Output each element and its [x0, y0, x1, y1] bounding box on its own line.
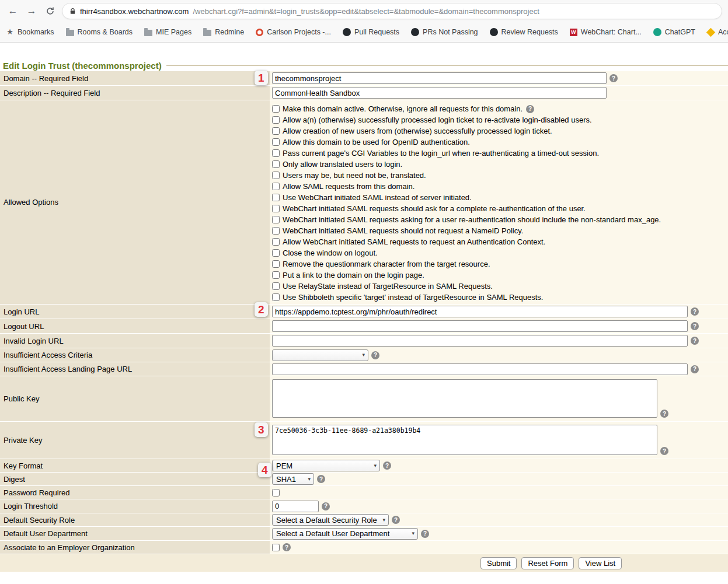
- field-label-login-threshold: Login Threshold: [0, 499, 270, 513]
- allowed-option-checkbox[interactable]: [272, 238, 280, 246]
- allowed-option-checkbox[interactable]: [272, 227, 280, 235]
- form-row-private-key: Private Key 7ce50036-3c3b-11ee-8689-a21a…: [0, 422, 728, 459]
- bookmark-item[interactable]: Redmine: [203, 28, 244, 36]
- help-icon[interactable]: [691, 322, 699, 330]
- employer-org-checkbox[interactable]: [272, 544, 280, 551]
- help-icon[interactable]: [691, 337, 699, 345]
- help-icon[interactable]: [322, 502, 330, 510]
- help-icon[interactable]: [660, 447, 668, 455]
- bookmark-item[interactable]: Acc: [707, 28, 728, 36]
- field-label-digest: Digest: [0, 473, 270, 486]
- help-icon[interactable]: [383, 461, 391, 470]
- bookmark-item[interactable]: Pull Requests: [343, 28, 399, 36]
- form-row-description: Description -- Required Field: [0, 86, 728, 100]
- help-icon[interactable]: [691, 365, 699, 373]
- allowed-option-label: Allow this domain to be used for OpenID …: [283, 138, 470, 146]
- allowed-option: Allow creation of new users from (otherw…: [272, 125, 728, 137]
- bookmark-item[interactable]: ChatGPT: [653, 28, 695, 36]
- allowed-option: WebChart initiated SAML requests should …: [272, 225, 728, 236]
- field-label-login-url: Login URL: [0, 305, 270, 319]
- submit-button[interactable]: Submit: [480, 557, 517, 569]
- bookmark-label: Review Requests: [501, 28, 558, 36]
- password-required-checkbox[interactable]: [272, 489, 280, 496]
- chevron-down-icon: [308, 477, 311, 482]
- allowed-option-checkbox[interactable]: [272, 271, 280, 279]
- allowed-option-checkbox[interactable]: [272, 205, 280, 212]
- digest-select[interactable]: SHA1: [272, 473, 314, 485]
- help-icon[interactable]: [526, 105, 534, 113]
- form-row-default-user-department: Default User Department Select a Default…: [0, 527, 728, 541]
- invalid-login-url-input[interactable]: [272, 335, 688, 347]
- help-icon[interactable]: [609, 74, 618, 82]
- login-url-input[interactable]: [272, 306, 688, 317]
- help-icon[interactable]: [691, 307, 699, 316]
- field-label-default-user-department: Default User Department: [0, 527, 270, 541]
- insufficient-access-landing-input[interactable]: [272, 363, 688, 375]
- allowed-option-checkbox[interactable]: [272, 149, 280, 157]
- view-list-button[interactable]: View List: [579, 557, 622, 569]
- help-icon[interactable]: [283, 543, 291, 551]
- allowed-option-label: Users may be, but need not be, translate…: [283, 171, 426, 180]
- logout-url-input[interactable]: [272, 320, 688, 332]
- help-icon[interactable]: [317, 475, 325, 483]
- chevron-down-icon: [412, 531, 414, 536]
- bookmark-item[interactable]: Rooms & Boards: [66, 28, 133, 36]
- allowed-option-checkbox[interactable]: [272, 172, 280, 179]
- allowed-option-checkbox[interactable]: [272, 127, 280, 135]
- allowed-option-checkbox[interactable]: [272, 282, 280, 290]
- page-content: Edit Login Trust (thecommonsproject) Dom…: [0, 60, 728, 572]
- bookmark-item[interactable]: WebChart: Chart...: [570, 28, 642, 36]
- bookmark-label: PRs Not Passing: [423, 28, 478, 36]
- allowed-option-checkbox[interactable]: [272, 293, 280, 301]
- allowed-option-checkbox[interactable]: [272, 194, 280, 201]
- bookmark-item[interactable]: MIE Pages: [144, 28, 191, 36]
- address-bar[interactable]: fhirr4sandbox.webchartnow.com/webchart.c…: [62, 3, 722, 19]
- allowed-option-checkbox[interactable]: [272, 160, 280, 168]
- url-path: /webchart.cgi?f=admin&t=login_trusts&opp…: [193, 7, 539, 16]
- private-key-textarea[interactable]: 7ce50036-3c3b-11ee-8689-a21a380b19b4: [272, 425, 657, 455]
- allowed-option: Remove the questionmark character from t…: [272, 258, 728, 270]
- bookmarks-bar: Bookmarks Rooms & Boards MIE Pages Redmi…: [0, 22, 728, 43]
- allowed-option-checkbox[interactable]: [272, 249, 280, 257]
- allowed-option-checkbox[interactable]: [272, 116, 280, 124]
- allowed-option-checkbox[interactable]: [272, 260, 280, 268]
- back-icon[interactable]: [6, 4, 20, 19]
- default-user-department-value: Select a Default User Department: [276, 529, 389, 538]
- login-threshold-input[interactable]: [272, 501, 319, 512]
- reset-form-button[interactable]: Reset Form: [521, 557, 574, 569]
- allowed-option: Use RelayState instead of TargetResource…: [272, 281, 728, 292]
- allowed-option-checkbox[interactable]: [272, 105, 280, 113]
- insufficient-access-criteria-select[interactable]: [272, 349, 368, 361]
- default-security-role-select[interactable]: Select a Default Security Role: [272, 514, 389, 526]
- bookmark-item[interactable]: PRs Not Passing: [411, 28, 478, 36]
- allowed-option-label: WebChart initiated SAML requests should …: [283, 226, 523, 235]
- help-icon[interactable]: [371, 351, 379, 359]
- bookmark-item[interactable]: Review Requests: [490, 28, 558, 36]
- help-icon[interactable]: [421, 530, 429, 538]
- bookmark-item[interactable]: Carlson Projects -...: [256, 28, 331, 36]
- help-icon[interactable]: [660, 410, 668, 418]
- domain-input[interactable]: [272, 72, 607, 84]
- public-key-textarea[interactable]: [272, 379, 657, 418]
- github-icon: [490, 28, 498, 36]
- reload-icon[interactable]: [43, 4, 57, 19]
- url-host: fhirr4sandbox.webchartnow.com: [80, 7, 189, 16]
- forward-icon[interactable]: [25, 4, 39, 19]
- allowed-option: Put a link to the domain on the login pa…: [272, 270, 728, 281]
- allowed-option-checkbox[interactable]: [272, 216, 280, 223]
- form-row-employer-org: Associate to an Employer Organization: [0, 541, 728, 554]
- bookmark-item[interactable]: Bookmarks: [6, 28, 54, 36]
- allowed-option-checkbox[interactable]: [272, 138, 280, 146]
- description-input[interactable]: [272, 87, 607, 99]
- allowed-option: WebChart initiated SAML requests asking …: [272, 214, 728, 225]
- allowed-option-label: Remove the questionmark character from t…: [283, 260, 490, 268]
- allowed-option: Use WebChart initiated SAML instead of s…: [272, 192, 728, 203]
- allowed-option: Allow this domain to be used for OpenID …: [272, 137, 728, 148]
- default-user-department-select[interactable]: Select a Default User Department: [272, 528, 418, 540]
- form-row-insufficient-access-landing: Insufficient Access Landing Page URL: [0, 362, 728, 376]
- key-format-select[interactable]: PEM: [272, 460, 380, 471]
- allowed-option-label: WebChart initiated SAML requests should …: [283, 204, 586, 213]
- help-icon[interactable]: [392, 516, 400, 524]
- allowed-option-label: Allow SAML requests from this domain.: [283, 182, 414, 191]
- allowed-option-checkbox[interactable]: [272, 183, 280, 190]
